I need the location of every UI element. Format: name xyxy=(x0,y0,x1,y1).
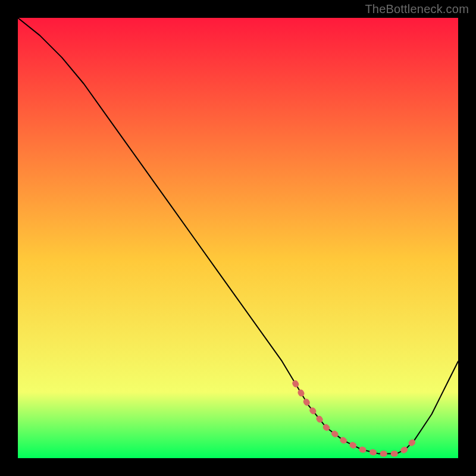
chart-stage: TheBottleneck.com xyxy=(0,0,476,476)
watermark-text: TheBottleneck.com xyxy=(365,2,469,16)
chart-svg xyxy=(0,0,476,476)
